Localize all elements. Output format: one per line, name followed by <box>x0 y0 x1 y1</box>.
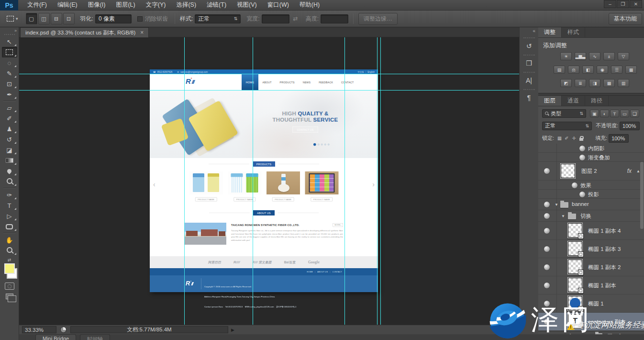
tool-preset-picker[interactable]: ▾ <box>7 16 18 22</box>
filter-shape-layers-icon[interactable]: ▭ <box>620 110 629 117</box>
tab-styles[interactable]: 样式 <box>562 27 585 37</box>
group-row[interactable]: ▼ banner <box>538 199 644 210</box>
history-panel-icon[interactable]: ↺ <box>523 40 535 52</box>
layer-thumbnail[interactable] <box>568 260 582 274</box>
site-nav-home[interactable]: HOME <box>242 74 258 90</box>
partner-baidu[interactable]: Bai百度 <box>284 260 296 264</box>
layer-thumbnail[interactable] <box>568 241 582 256</box>
brush-tool-icon[interactable]: ✐ <box>2 113 17 124</box>
history-brush-tool-icon[interactable]: ↺ <box>2 134 17 145</box>
add-selection-button[interactable]: ◫ <box>38 13 50 24</box>
lock-all-icon[interactable] <box>577 135 585 142</box>
filter-adjustment-layers-icon[interactable]: ◐ <box>600 110 609 117</box>
panel-grip[interactable] <box>523 72 535 73</box>
panel-grip[interactable] <box>523 55 535 56</box>
hand-tool-icon[interactable]: ✋ <box>2 235 17 245</box>
workspace-button[interactable]: 基本功能 <box>609 13 642 25</box>
about-more-button[interactable]: MORE+ <box>333 223 343 227</box>
footer-link-about[interactable]: ABOUT US <box>317 271 328 273</box>
layer-row[interactable]: 椭圆 1 副本 3 <box>538 240 644 258</box>
threshold-icon[interactable]: ◨ <box>589 79 600 87</box>
document-tab[interactable]: index.psd @ 33.3% (contact us 副本, RGB/8)… <box>20 27 149 37</box>
layer-filter-select[interactable]: 类型 ⇅ <box>542 109 586 118</box>
layers-scrollbar[interactable] <box>640 162 644 229</box>
filter-type-layers-icon[interactable]: T <box>610 110 619 117</box>
photoshop-logo-icon[interactable]: Ps <box>0 0 18 11</box>
selected-layer-row[interactable]: T contact us 副本 <box>538 313 644 331</box>
tab-channels[interactable]: 通道 <box>562 96 585 106</box>
gradient-map-icon[interactable]: ▩ <box>603 79 615 87</box>
layer-row[interactable]: 图层 2 fx ▲ <box>538 162 644 181</box>
product-name-button[interactable]: PRODUCT NAME <box>311 197 333 202</box>
site-lang-en[interactable]: English <box>367 71 375 73</box>
toolbar-grip[interactable] <box>4 34 15 35</box>
vibrance-icon[interactable]: ▽ <box>618 52 629 60</box>
product-name-button[interactable]: PRODUCT NAME <box>272 197 294 202</box>
toolbar-expand-icon[interactable]: » <box>14 28 17 33</box>
menu-view[interactable]: 视图(V) <box>233 0 261 10</box>
rounded-rectangle-tool-icon[interactable] <box>2 221 17 232</box>
product-card[interactable]: PRODUCT NAME <box>189 171 223 202</box>
visibility-eye-icon[interactable] <box>544 264 550 270</box>
menu-help[interactable]: 帮助(H) <box>295 0 324 10</box>
lock-move-icon[interactable]: ✛ <box>570 135 577 142</box>
carousel-dot[interactable] <box>328 144 330 146</box>
opacity-input[interactable]: 100% <box>620 122 640 130</box>
site-nav-feedback[interactable]: FEEDBACK <box>315 74 337 90</box>
levels-icon[interactable]: ▂▆▃ <box>575 52 586 60</box>
menu-file[interactable]: 文件(F) <box>23 0 51 10</box>
group-row[interactable]: ▼ 切换 <box>538 210 644 222</box>
layer-effect-row[interactable]: 投影 <box>538 190 644 199</box>
gradient-tool-icon[interactable] <box>2 155 17 166</box>
lasso-tool-icon[interactable]: ◌ <box>2 57 17 68</box>
hue-saturation-icon[interactable]: ▤ <box>554 66 565 74</box>
product-card[interactable]: PRODUCT NAME <box>228 171 261 202</box>
effects-header-row[interactable]: 效果 <box>538 181 644 190</box>
layer-row[interactable]: 椭圆 1 副本 <box>538 276 644 295</box>
width-input[interactable] <box>262 14 289 23</box>
eraser-tool-icon[interactable]: ◪ <box>2 145 17 155</box>
site-nav-contact[interactable]: CONTACT <box>337 74 358 90</box>
selective-color-icon[interactable]: ▥ <box>618 79 629 87</box>
visibility-eye-icon[interactable] <box>579 192 585 197</box>
blur-tool-icon[interactable] <box>2 166 17 176</box>
panel-grip[interactable] <box>523 37 535 38</box>
filter-smart-objects-icon[interactable]: ❏ <box>630 110 639 117</box>
rectangular-marquee-tool-icon[interactable] <box>2 47 17 57</box>
dodge-tool-icon[interactable] <box>2 176 17 187</box>
properties-panel-icon[interactable]: ❒ <box>523 57 535 69</box>
guide-vertical[interactable] <box>377 37 378 325</box>
crop-tool-icon[interactable]: ⊡ <box>2 79 17 89</box>
layer-row[interactable]: 椭圆 1 <box>538 295 644 313</box>
product-card[interactable]: PRODUCT NAME <box>305 171 338 202</box>
tab-layers[interactable]: 图层 <box>538 96 562 106</box>
eyedropper-tool-icon[interactable]: ✒ <box>2 89 17 100</box>
layer-row[interactable]: 椭圆 1 副本 2 <box>538 258 644 276</box>
product-card[interactable]: PRODUCT NAME <box>266 171 300 202</box>
lock-transparency-icon[interactable]: ▦ <box>556 135 563 142</box>
quick-selection-tool-icon[interactable]: ✎ <box>2 68 17 79</box>
footer-link-contact[interactable]: CONTACT <box>333 271 342 273</box>
guide-vertical[interactable] <box>184 37 185 325</box>
site-lang-cn[interactable]: 中文版 <box>358 70 365 74</box>
close-button[interactable]: ✕ <box>630 0 642 8</box>
pen-tool-icon[interactable]: ✑ <box>2 190 17 200</box>
fill-input[interactable]: 100% <box>609 134 629 143</box>
curves-icon[interactable]: ∿ <box>589 52 600 60</box>
chevron-down-icon[interactable]: ▼ <box>561 214 565 218</box>
visibility-eye-icon[interactable] <box>544 319 550 325</box>
menu-select[interactable]: 选择(S) <box>172 0 200 10</box>
layer-thumbnail[interactable] <box>568 278 582 292</box>
type-tool-icon[interactable]: T <box>2 200 17 211</box>
visibility-eye-icon[interactable] <box>579 155 585 160</box>
clone-stamp-tool-icon[interactable]: ♟ <box>2 124 17 134</box>
minimize-button[interactable]: – <box>604 0 616 8</box>
black-white-icon[interactable]: ◧ <box>582 66 594 74</box>
quick-mask-button[interactable] <box>5 283 14 290</box>
document-size-info[interactable]: 文档:5.77M/85.4M <box>70 326 228 333</box>
site-nav-about[interactable]: ABOUT <box>258 74 276 90</box>
guide-vertical[interactable] <box>380 37 381 325</box>
menu-image[interactable]: 图像(I) <box>84 0 110 10</box>
carousel-dot[interactable] <box>321 144 323 146</box>
chevron-down-icon[interactable]: ▼ <box>555 203 558 207</box>
